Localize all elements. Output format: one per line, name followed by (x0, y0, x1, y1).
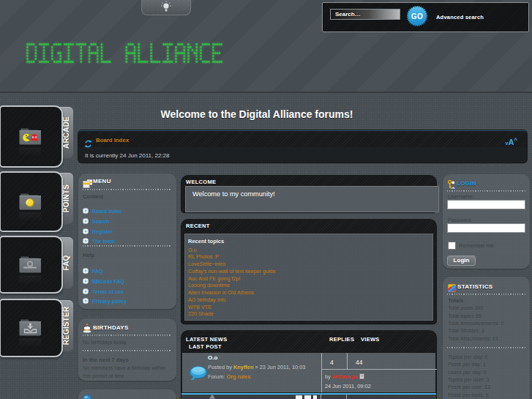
svg-text:GO: GO (411, 12, 424, 20)
